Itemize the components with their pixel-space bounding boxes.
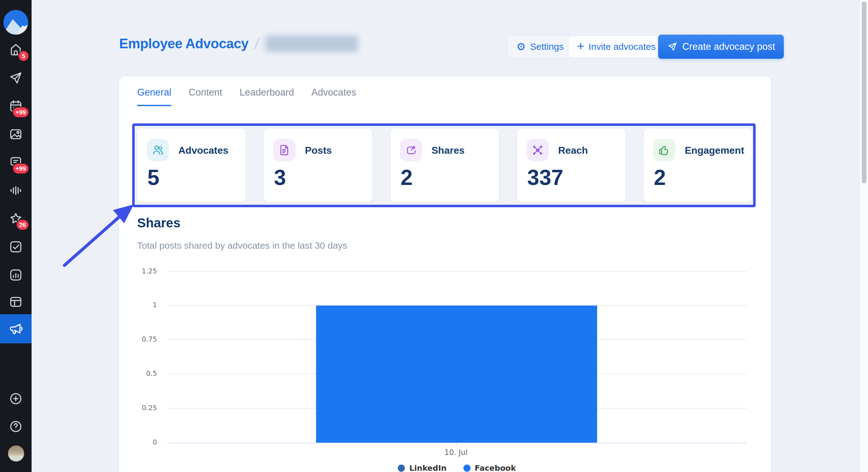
check-square-icon — [9, 240, 23, 254]
chart-legend: LinkedIn Facebook — [167, 464, 747, 472]
stat-card-advocates: Advocates 5 — [137, 128, 246, 202]
gear-icon: ⚙ — [516, 41, 526, 52]
paper-plane-icon — [667, 41, 678, 52]
main-panel: General Content Leaderboard Advocates Ad… — [119, 76, 771, 472]
x-axis-tick-mark — [456, 443, 457, 446]
sidebar-item-publish[interactable] — [0, 66, 32, 90]
sidebar-item-inbox[interactable]: +99 — [0, 150, 32, 175]
reviews-badge: 26 — [16, 219, 29, 230]
stat-card-engagement: Engagement 2 — [644, 128, 752, 202]
tab-advocates[interactable]: Advocates — [311, 87, 356, 106]
gridline-1-25 — [167, 271, 747, 272]
tab-general[interactable]: General — [137, 87, 171, 106]
create-button-label: Create advocacy post — [682, 41, 775, 52]
breadcrumb-separator: / — [253, 35, 260, 53]
layout-icon — [9, 295, 23, 309]
invite-button-label: Invite advocates — [588, 41, 656, 52]
advocates-icon-box — [147, 139, 169, 161]
plus-circle-icon — [9, 392, 23, 406]
shares-icon-box — [400, 139, 422, 161]
stat-label: Engagement — [685, 145, 744, 156]
question-circle-icon — [9, 419, 23, 434]
stat-value: 337 — [527, 165, 563, 190]
network-icon — [531, 143, 544, 157]
sidebar-item-reports[interactable] — [0, 263, 32, 288]
tab-bar: General Content Leaderboard Advocates — [137, 87, 356, 106]
invite-advocates-button[interactable]: + Invite advocates — [568, 35, 665, 58]
sidebar-item-calendar[interactable]: +99 — [0, 94, 32, 119]
paper-plane-icon — [9, 71, 23, 85]
sidebar-item-boards[interactable] — [0, 290, 32, 314]
share-forward-icon — [405, 143, 417, 157]
y-axis-tick: 0.5 — [117, 370, 157, 377]
calendar-badge: +99 — [12, 107, 29, 118]
posts-icon-box — [273, 139, 296, 161]
sidebar: 5 +99 — [0, 0, 32, 472]
y-axis-tick: 0 — [117, 438, 157, 446]
y-axis-tick: 0.75 — [117, 335, 157, 343]
people-icon — [151, 143, 164, 157]
legend-item-facebook[interactable]: Facebook — [463, 464, 516, 472]
shares-section-subtitle: Total posts shared by advocates in the l… — [137, 240, 347, 251]
app-logo[interactable] — [3, 10, 28, 35]
tab-content[interactable]: Content — [188, 87, 222, 106]
page-title: Employee Advocacy — [119, 36, 249, 52]
stat-label: Posts — [305, 145, 332, 156]
waveform-icon — [9, 183, 23, 198]
user-avatar[interactable] — [8, 445, 24, 462]
stat-card-shares: Shares 2 — [390, 128, 499, 202]
settings-button-label: Settings — [530, 41, 563, 52]
tab-leaderboard[interactable]: Leaderboard — [240, 87, 294, 106]
bar-chart-icon — [9, 268, 23, 282]
sidebar-item-create-new[interactable] — [0, 386, 32, 411]
page-scrollbar-thumb[interactable] — [862, 2, 866, 183]
plus-icon: + — [577, 40, 584, 52]
sidebar-item-advocacy[interactable] — [0, 314, 32, 343]
y-axis-tick: 1 — [117, 301, 157, 309]
stat-label: Reach — [558, 145, 588, 156]
sidebar-item-help[interactable] — [0, 414, 32, 439]
megaphone-icon — [8, 321, 24, 337]
sidebar-item-tasks[interactable] — [0, 234, 32, 259]
app-window: 5 +99 — [0, 0, 868, 472]
document-icon — [278, 143, 291, 157]
page-scrollbar-track — [860, 0, 868, 472]
settings-button[interactable]: ⚙ Settings — [507, 35, 573, 58]
stat-value: 5 — [147, 165, 159, 190]
engagement-icon-box — [653, 139, 676, 161]
legend-item-linkedin[interactable]: LinkedIn — [398, 464, 446, 472]
stat-label: Advocates — [178, 145, 228, 156]
facebook-legend-dot-icon — [463, 465, 470, 472]
thumbs-up-icon — [658, 143, 671, 157]
legend-label: Facebook — [475, 464, 516, 472]
facebook-shares-bar[interactable] — [316, 306, 597, 443]
inbox-badge: +99 — [12, 163, 29, 174]
stat-label: Shares — [432, 145, 465, 156]
company-name-blurred — [265, 35, 358, 52]
sidebar-item-listening[interactable] — [0, 178, 32, 203]
stats-row-highlight-rectangle: Advocates 5 Posts 3 — [132, 124, 756, 207]
x-axis-label: 10. Jul — [409, 448, 502, 457]
sidebar-item-home[interactable]: 5 — [0, 37, 32, 62]
create-advocacy-post-button[interactable]: Create advocacy post — [658, 35, 784, 59]
stat-value: 2 — [401, 165, 413, 190]
stat-value: 3 — [274, 165, 286, 190]
stat-card-reach: Reach 337 — [517, 128, 626, 202]
stat-value: 2 — [654, 165, 666, 190]
y-axis-tick: 0.25 — [117, 404, 157, 412]
reach-icon-box — [527, 139, 549, 161]
home-badge: 5 — [18, 50, 29, 62]
legend-label: LinkedIn — [409, 464, 446, 472]
vista-logo-icon — [3, 10, 28, 35]
sidebar-item-reviews[interactable]: 26 — [0, 206, 32, 231]
linkedin-legend-dot-icon — [398, 465, 405, 472]
image-icon — [9, 127, 23, 141]
stat-card-posts: Posts 3 — [264, 128, 372, 202]
x-axis-line — [167, 443, 747, 443]
y-axis-tick: 1.25 — [117, 267, 157, 275]
sidebar-item-media[interactable] — [0, 122, 32, 146]
shares-section-title: Shares — [137, 215, 181, 230]
page-header: Employee Advocacy / — [119, 35, 358, 53]
